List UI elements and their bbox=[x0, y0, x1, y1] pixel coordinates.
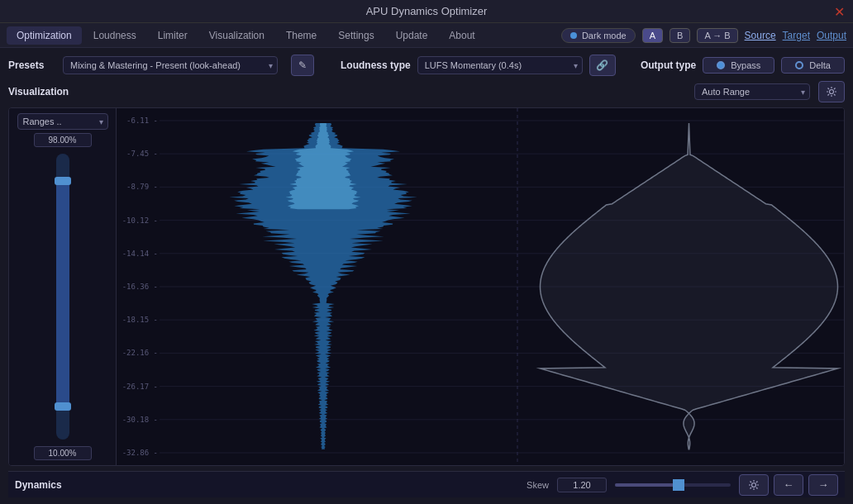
dark-mode-indicator bbox=[570, 32, 577, 39]
skew-value[interactable]: 1.20 bbox=[557, 478, 607, 492]
svg-line-5 bbox=[828, 88, 830, 90]
viz-sidebar: Ranges .. 98.00% 10.00% bbox=[9, 108, 117, 465]
bypass-radio bbox=[717, 61, 725, 69]
delta-label: Delta bbox=[809, 60, 831, 70]
arrow-left-icon: ← bbox=[784, 478, 794, 491]
svg-line-17 bbox=[751, 487, 752, 489]
dynamics-label: Dynamics bbox=[15, 479, 62, 491]
gear-icon bbox=[826, 86, 837, 97]
loudness-select[interactable]: LUFS Momentary (0.4s) bbox=[417, 56, 583, 74]
nav-about[interactable]: About bbox=[439, 26, 484, 45]
nav-update[interactable]: Update bbox=[386, 26, 438, 45]
link-button[interactable]: 🔗 bbox=[589, 55, 616, 76]
main-visualization-canvas bbox=[117, 108, 844, 465]
svg-line-7 bbox=[834, 88, 836, 90]
close-button[interactable]: ✕ bbox=[834, 3, 845, 19]
ranges-select[interactable]: Ranges .. bbox=[17, 113, 108, 130]
delta-button[interactable]: Delta bbox=[781, 57, 845, 74]
nav-settings[interactable]: Settings bbox=[328, 26, 384, 45]
slider-top-thumb[interactable] bbox=[55, 177, 71, 185]
visualization-settings-button[interactable] bbox=[818, 81, 845, 102]
preset-edit-button[interactable]: ✎ bbox=[291, 55, 314, 76]
nav-optimization[interactable]: Optimization bbox=[7, 26, 82, 45]
nav-limiter[interactable]: Limiter bbox=[148, 26, 198, 45]
forward-button[interactable]: → bbox=[808, 474, 838, 496]
viz-canvas bbox=[117, 108, 844, 465]
back-button[interactable]: ← bbox=[774, 474, 803, 496]
bypass-button[interactable]: Bypass bbox=[703, 57, 774, 74]
auto-range-select[interactable]: Auto Range bbox=[694, 83, 810, 100]
svg-line-6 bbox=[834, 94, 836, 96]
svg-line-15 bbox=[756, 487, 758, 489]
bottom-percent[interactable]: 10.00% bbox=[34, 446, 92, 460]
loudness-label: Loudness type bbox=[341, 59, 411, 71]
bypass-label: Bypass bbox=[731, 60, 760, 70]
delta-radio bbox=[795, 61, 803, 69]
nav-theme[interactable]: Theme bbox=[276, 26, 326, 45]
chain-icon: 🔗 bbox=[596, 59, 608, 71]
source-link[interactable]: Source bbox=[745, 30, 776, 41]
btn-b[interactable]: B bbox=[670, 28, 690, 43]
slider-bottom-thumb[interactable] bbox=[55, 402, 71, 411]
edit-icon: ✎ bbox=[298, 59, 307, 71]
skew-label: Skew bbox=[527, 480, 549, 490]
bottom-settings-button[interactable] bbox=[739, 474, 769, 496]
svg-point-9 bbox=[752, 483, 756, 487]
nav-loudness[interactable]: Loudness bbox=[83, 26, 146, 45]
svg-point-0 bbox=[830, 90, 834, 94]
btn-a[interactable]: A bbox=[642, 28, 663, 43]
app-title: APU Dynamics Optimizer bbox=[366, 5, 488, 17]
dark-mode-button[interactable]: Dark mode bbox=[561, 28, 636, 43]
output-link[interactable]: Output bbox=[817, 30, 846, 41]
dark-mode-label: Dark mode bbox=[582, 31, 627, 40]
nav-visualization[interactable]: Visualization bbox=[199, 26, 274, 45]
presets-label: Presets bbox=[8, 59, 50, 71]
svg-line-14 bbox=[751, 481, 752, 483]
skew-slider[interactable] bbox=[615, 483, 731, 487]
arrow-right-icon: → bbox=[818, 478, 829, 491]
bottom-gear-icon bbox=[748, 479, 760, 491]
output-type-label: Output type bbox=[641, 59, 696, 71]
preset-select[interactable]: Mixing & Mastering - Present (look-ahead… bbox=[63, 56, 278, 74]
svg-line-8 bbox=[828, 94, 830, 96]
visualization-label: Visualization bbox=[8, 86, 74, 97]
svg-line-16 bbox=[756, 481, 758, 483]
btn-ab[interactable]: A → B bbox=[697, 28, 737, 43]
top-percent[interactable]: 98.00% bbox=[34, 133, 92, 147]
target-link[interactable]: Target bbox=[783, 30, 810, 41]
